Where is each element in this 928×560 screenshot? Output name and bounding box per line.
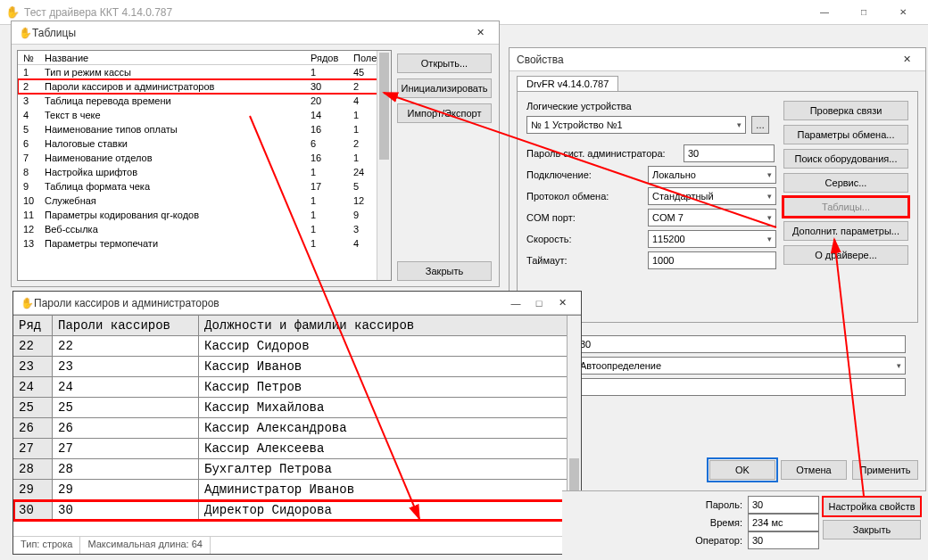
lower-ki-input[interactable] bbox=[576, 378, 906, 396]
logical-device-value: № 1 Устройство №1 bbox=[531, 119, 623, 130]
table-row[interactable]: 13Параметры термопечати14 bbox=[18, 236, 391, 251]
properties-title: Свойства bbox=[517, 54, 895, 66]
cancel-button[interactable]: Отмена bbox=[781, 460, 847, 480]
admin-pwd-label: Пароль сист. администратора: bbox=[526, 148, 678, 159]
table-row[interactable]: 2Пароли кассиров и администраторов302 bbox=[18, 79, 391, 94]
protocol-value: Стандартный bbox=[652, 191, 714, 202]
passwords-titlebar: ✋ Пароли кассиров и администраторов — □ … bbox=[13, 292, 581, 315]
settings-button[interactable]: Настройка свойств bbox=[823, 497, 921, 516]
passwords-dialog: ✋ Пароли кассиров и администраторов — □ … bbox=[12, 291, 582, 555]
chevron-down-icon: ▾ bbox=[767, 192, 772, 201]
extra-params-button[interactable]: Дополнит. параметры... bbox=[783, 221, 908, 241]
admin-pwd-input[interactable]: 30 bbox=[684, 144, 775, 162]
table-row[interactable]: 3Таблица перевода времени204 bbox=[18, 94, 391, 108]
import-export-button[interactable]: Импорт/Экспорт bbox=[397, 103, 492, 123]
speed-select[interactable]: 115200▾ bbox=[648, 230, 776, 248]
pw-col-row: Ряд bbox=[13, 316, 53, 336]
table-row[interactable]: 8Настройка шрифтов124 bbox=[18, 165, 391, 179]
passwords-close-button[interactable]: ✕ bbox=[551, 297, 574, 309]
table-row[interactable]: 9Таблица формата чека175 bbox=[18, 179, 391, 194]
tables-scrollbar[interactable] bbox=[377, 51, 391, 280]
passwords-statusbar: Тип: строка Максимальная длина: 64 bbox=[13, 536, 581, 554]
footer-time-label: Время: bbox=[684, 517, 742, 528]
table-row[interactable]: 10Служебная112 bbox=[18, 194, 391, 208]
protocol-select[interactable]: Стандартный▾ bbox=[648, 187, 776, 205]
passwords-title: Пароли кассиров и администраторов bbox=[34, 297, 504, 309]
tables-title: Таблицы bbox=[32, 27, 468, 39]
minimize-button[interactable]: — bbox=[805, 0, 844, 25]
table-row[interactable]: 7Наименование отделов161 bbox=[18, 151, 391, 165]
tables-close-button[interactable]: ✕ bbox=[468, 27, 492, 38]
table-row[interactable]: 2727Кассир Алексеева bbox=[13, 439, 581, 459]
passwords-maximize-button[interactable]: □ bbox=[527, 298, 551, 309]
footer-password-input[interactable]: 30 bbox=[748, 496, 819, 514]
status-maxlen: Максимальная длина: 64 bbox=[80, 537, 211, 554]
chevron-down-icon: ▾ bbox=[737, 120, 742, 129]
chevron-down-icon: ▾ bbox=[767, 235, 772, 243]
com-select[interactable]: COM 7▾ bbox=[648, 209, 776, 226]
table-row[interactable]: 2222Кассир Сидоров bbox=[13, 336, 581, 357]
pw-col-pw: Пароли кассиров bbox=[53, 316, 199, 336]
connection-label: Подключение: bbox=[526, 169, 642, 180]
table-row[interactable]: 1Тип и режим кассы145 bbox=[18, 65, 391, 79]
table-row[interactable]: 5Наименование типов оплаты161 bbox=[18, 122, 391, 136]
table-row[interactable]: 2929Администратор Иванов bbox=[13, 480, 581, 500]
lower-field1-input[interactable]: 30 bbox=[576, 335, 906, 353]
autodetect-select[interactable]: Автоопределение▾ bbox=[576, 357, 906, 375]
timeout-input[interactable]: 1000 bbox=[648, 251, 776, 269]
table-row[interactable]: 2525Кассир Михайлова bbox=[13, 398, 581, 418]
autodetect-value: Автоопределение bbox=[580, 360, 661, 371]
tab-drvfr[interactable]: DrvFR v4.14.0.787 bbox=[517, 76, 618, 91]
status-type: Тип: строка bbox=[13, 537, 80, 554]
table-row[interactable]: 3030Директор Сидорова bbox=[13, 500, 581, 521]
window-icon: ✋ bbox=[19, 27, 32, 39]
connection-select[interactable]: Локально▾ bbox=[648, 166, 776, 184]
table-row[interactable]: 6Налоговые ставки62 bbox=[18, 136, 391, 151]
tables-grid[interactable]: № Название Рядов Полей 1Тип и режим касс… bbox=[17, 50, 392, 281]
logical-device-select[interactable]: № 1 Устройство №1 ▾ bbox=[526, 116, 746, 134]
table-row[interactable]: 2424Кассир Петров bbox=[13, 377, 581, 398]
tab-page: Логические устройства № 1 Устройство №1 … bbox=[517, 91, 918, 323]
tables-button[interactable]: Таблицы... bbox=[783, 197, 908, 217]
close-button[interactable]: ✕ bbox=[883, 0, 923, 25]
speed-label: Скорость: bbox=[526, 234, 642, 244]
footer-close-button[interactable]: Закрыть bbox=[823, 520, 921, 539]
passwords-minimize-button[interactable]: — bbox=[504, 298, 527, 309]
logical-device-browse-button[interactable]: … bbox=[751, 116, 769, 134]
table-row[interactable]: 2323Кассир Иванов bbox=[13, 357, 581, 377]
footer-operator-label: Оператор: bbox=[684, 535, 742, 546]
table-row[interactable]: 11Параметры кодирования qr-кодов19 bbox=[18, 208, 391, 222]
timeout-label: Таймаут: bbox=[526, 255, 642, 266]
pw-col-pos: Должности и фамилии кассиров bbox=[199, 316, 581, 336]
tables-dialog: ✋ Таблицы ✕ № Название Рядов Полей 1Тип … bbox=[11, 21, 500, 287]
window-icon: ✋ bbox=[21, 297, 34, 309]
table-row[interactable]: 2828Бухгалтер Петрова bbox=[13, 459, 581, 480]
col-num: № bbox=[20, 51, 45, 64]
search-equipment-button[interactable]: Поиск оборудования... bbox=[783, 149, 908, 169]
app-icon: ✋ bbox=[5, 5, 20, 19]
maximize-button[interactable]: □ bbox=[844, 0, 883, 25]
service-button[interactable]: Сервис... bbox=[783, 173, 908, 193]
com-label: COM порт: bbox=[526, 212, 642, 223]
open-button[interactable]: Открыть... bbox=[397, 54, 492, 73]
passwords-grid[interactable]: Ряд Пароли кассиров Должности и фамилии … bbox=[13, 315, 581, 536]
close-tables-button[interactable]: Закрыть bbox=[397, 261, 492, 281]
apply-button[interactable]: Применить bbox=[852, 460, 918, 480]
properties-close-button[interactable]: ✕ bbox=[895, 54, 918, 65]
protocol-label: Протокол обмена: bbox=[526, 191, 642, 202]
chevron-down-icon: ▾ bbox=[897, 361, 901, 370]
initialize-button[interactable]: Инициализировать bbox=[397, 78, 492, 98]
exchange-params-button[interactable]: Параметры обмена... bbox=[783, 125, 908, 144]
table-row[interactable]: 2626Кассир Александрова bbox=[13, 418, 581, 439]
chevron-down-icon: ▾ bbox=[767, 170, 772, 179]
table-row[interactable]: 4Текст в чеке141 bbox=[18, 108, 391, 122]
check-connection-button[interactable]: Проверка связи bbox=[783, 101, 908, 120]
about-driver-button[interactable]: О драйвере... bbox=[783, 245, 908, 265]
ok-button[interactable]: OK bbox=[709, 460, 775, 480]
com-value: COM 7 bbox=[652, 212, 684, 223]
table-row[interactable]: 12Веб-ссылка13 bbox=[18, 222, 391, 236]
connection-value: Локально bbox=[652, 169, 696, 180]
footer-password-label: Пароль: bbox=[684, 499, 742, 510]
footer-time-value: 234 мс bbox=[748, 514, 819, 531]
tables-titlebar: ✋ Таблицы ✕ bbox=[12, 21, 499, 45]
